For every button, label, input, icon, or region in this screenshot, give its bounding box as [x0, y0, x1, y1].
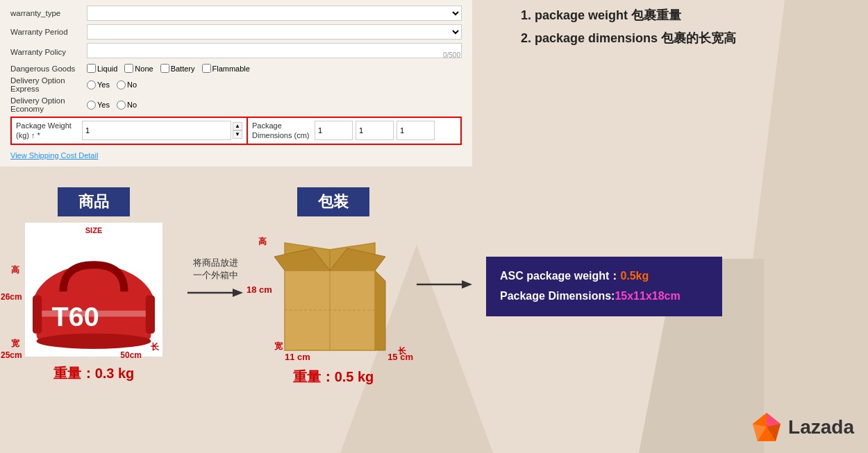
result-line1-prefix: ASC package weight： — [500, 270, 620, 282]
product-bag-image: T60 — [25, 223, 162, 357]
none-checkbox[interactable] — [124, 64, 133, 73]
dim-h-input[interactable] — [397, 121, 435, 140]
arrow1-line1: 将商品放进 — [193, 257, 238, 268]
dangerous-goods-options: Liquid None Battery Flammable — [87, 64, 250, 73]
result-line1: ASC package weight：0.5kg — [500, 266, 708, 287]
weight-down-button[interactable]: ▼ — [233, 130, 242, 139]
battery-option[interactable]: Battery — [160, 64, 195, 73]
economy-no-radio[interactable] — [117, 101, 126, 110]
product-image-container: SIZE T60 高 26cm 宽 25cm — [24, 222, 163, 357]
instruction-2-text: 2. package dimensions 包裹的长宽高 — [521, 31, 736, 45]
svg-rect-4 — [33, 296, 42, 334]
express-no[interactable]: No — [117, 80, 137, 89]
warranty-period-row: Warranty Period — [10, 24, 462, 40]
none-label: None — [135, 65, 153, 73]
warranty-policy-row: Warranty Policy 0/500 — [10, 43, 462, 60]
delivery-express-label: Delivery Option Express — [10, 76, 87, 93]
arrow1-container: 将商品放进 一个外箱中 — [174, 257, 257, 300]
arrow1-line2: 一个外箱中 — [193, 270, 238, 280]
flammable-label: Flammable — [212, 65, 250, 73]
product-title-badge: 商品 — [58, 187, 130, 216]
warranty-policy-label: Warranty Policy — [10, 48, 87, 56]
product-section: 商品 SIZE T60 高 26c — [14, 187, 174, 383]
economy-yes[interactable]: Yes — [87, 101, 110, 110]
package-row: Package Weight (kg) ↑ * ▲ ▼ Package Dime… — [10, 117, 462, 145]
economy-no[interactable]: No — [117, 101, 137, 110]
package-weight-input[interactable] — [82, 121, 231, 140]
box-width-label: 宽 — [274, 341, 283, 352]
arrow2-container — [410, 277, 479, 291]
weight-input-wrap: ▲ ▼ — [82, 121, 242, 140]
view-shipping-link[interactable]: View Shipping Cost Detail — [10, 151, 98, 160]
svg-marker-8 — [233, 289, 243, 297]
svg-rect-3 — [37, 311, 151, 317]
box-15-label: 15 cm — [387, 352, 413, 362]
prod-50-label: 50cm — [120, 350, 142, 360]
express-no-radio[interactable] — [117, 80, 126, 89]
express-yes[interactable]: Yes — [87, 80, 110, 89]
instruction-line-2: 2. package dimensions 包裹的长宽高 — [521, 30, 854, 47]
dim-l-input[interactable] — [315, 121, 353, 140]
textarea-counter: 0/500 — [443, 51, 460, 59]
package-weight-label: Package Weight (kg) ↑ * — [16, 121, 82, 141]
battery-checkbox[interactable] — [160, 64, 169, 73]
form-area: warranty_type Warranty Period Warranty P… — [0, 0, 472, 166]
arrow2-icon — [417, 277, 472, 291]
result-line2-prefix: Package Dimensions: — [500, 290, 615, 302]
lazada-text: Lazada — [788, 416, 854, 438]
box-image-container: 高 18 cm 宽 11 cm 长 15 cm — [271, 222, 396, 361]
box-svg — [271, 222, 389, 354]
result-line1-value: 0.5kg — [620, 270, 649, 282]
arrow1-text: 将商品放进 一个外箱中 — [193, 257, 238, 282]
box-11-label: 11 cm — [285, 352, 310, 362]
package-dim-cell: Package Dimensions (cm) — [248, 118, 460, 144]
package-dim-label: Package Dimensions (cm) — [252, 121, 315, 141]
none-option[interactable]: None — [124, 64, 153, 73]
svg-point-6 — [37, 334, 151, 349]
economy-yes-radio[interactable] — [87, 101, 96, 110]
delivery-economy-radios: Yes No — [87, 101, 137, 110]
prod-25-label: 25cm — [1, 350, 22, 360]
warranty-policy-textarea[interactable] — [87, 43, 462, 58]
svg-marker-13 — [462, 280, 472, 289]
delivery-express-radios: Yes No — [87, 80, 137, 89]
weight-spinners: ▲ ▼ — [233, 122, 242, 139]
dim-w-input[interactable] — [356, 121, 394, 140]
result-line2: Package Dimensions:15x11x18cm — [500, 287, 708, 307]
flammable-option[interactable]: Flammable — [202, 64, 250, 73]
dangerous-goods-row: Dangerous Goods Liquid None Battery Flam… — [10, 64, 462, 73]
box-18-label: 18 cm — [247, 284, 272, 295]
product-size-label: SIZE — [85, 226, 102, 234]
lazada-logo: Lazada — [751, 411, 854, 443]
liquid-checkbox[interactable] — [87, 64, 96, 73]
prod-26-label: 26cm — [1, 292, 22, 302]
warranty-type-label: warranty_type — [10, 9, 87, 17]
dangerous-goods-label: Dangerous Goods — [10, 65, 87, 73]
prod-length-label: 长 — [151, 341, 159, 353]
warranty-period-select[interactable] — [87, 24, 462, 40]
instruction-line-1: 1. package weight 包裹重量 — [521, 7, 854, 24]
liquid-option[interactable]: Liquid — [87, 64, 117, 73]
diagram-area: 商品 SIZE T60 高 26c — [0, 187, 868, 386]
flammable-checkbox[interactable] — [202, 64, 211, 73]
package-title-badge: 包装 — [297, 187, 369, 216]
dim-inputs — [315, 121, 456, 140]
weight-up-button[interactable]: ▲ — [233, 122, 242, 130]
delivery-express-row: Delivery Option Express Yes No — [10, 76, 462, 93]
package-section: 包装 高 — [257, 187, 410, 386]
box-high-label: 高 — [258, 236, 267, 248]
instruction-1-text: 1. package weight 包裹重量 — [521, 8, 681, 22]
warranty-type-select[interactable] — [87, 6, 462, 21]
result-line2-value: 15x11x18cm — [615, 290, 680, 302]
product-weight-label: 重量：0.3 kg — [53, 364, 135, 383]
warranty-type-row: warranty_type — [10, 6, 462, 21]
express-yes-radio[interactable] — [87, 80, 96, 89]
warranty-period-label: Warranty Period — [10, 28, 87, 36]
liquid-label: Liquid — [97, 65, 117, 73]
delivery-economy-row: Delivery Option Economy Yes No — [10, 96, 462, 113]
result-section: ASC package weight：0.5kg Package Dimensi… — [486, 257, 722, 316]
result-box: ASC package weight：0.5kg Package Dimensi… — [486, 257, 722, 316]
lazada-icon — [751, 411, 783, 443]
delivery-economy-label: Delivery Option Economy — [10, 96, 87, 113]
prod-width-label: 宽 — [11, 338, 19, 350]
